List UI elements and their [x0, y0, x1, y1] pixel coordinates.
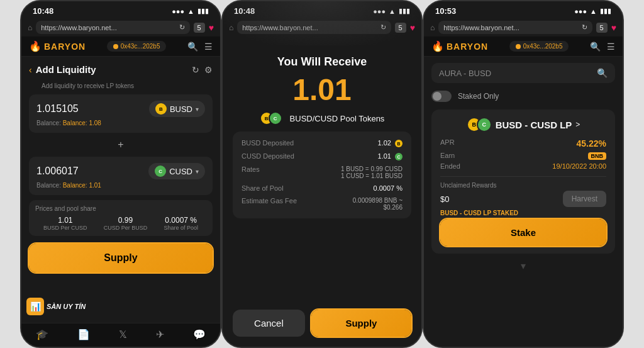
browser-url-1[interactable]: https://www.baryon.net... ↻ — [36, 21, 189, 34]
earn-value: BNB — [586, 152, 607, 159]
price3-value: 0.0007 % — [164, 216, 198, 225]
bottom-nav-1: 🎓 📄 𝕏 ✈ 💬 — [21, 323, 220, 347]
harvest-button[interactable]: Harvest — [563, 191, 606, 207]
menu-icon-3[interactable]: ☰ — [607, 42, 615, 52]
watermark: 📊 SÀN UY TÍN — [26, 298, 86, 315]
apr-row: APR 45.22% — [440, 138, 606, 149]
nav-telegram[interactable]: ✈ — [156, 328, 164, 340]
nav-twitter[interactable]: 𝕏 — [119, 328, 127, 340]
cusd-sm-icon: C — [395, 153, 402, 160]
prices-label: Prices and pool share — [35, 205, 206, 212]
settings-icon[interactable]: ⚙ — [204, 65, 213, 75]
toggle-row: Staked Only — [431, 88, 615, 104]
refresh-icon[interactable]: ↻ — [192, 65, 199, 75]
watermark-text: SÀN UY TÍN — [47, 303, 86, 310]
busd-deposited-row: BUSD Deposited 1.02 B — [242, 139, 402, 147]
token1-balance: Balance: Balance: 1.08 — [36, 120, 205, 126]
cusd-deposited-label: CUSD Deposited — [242, 152, 294, 160]
token2-name: CUSD — [169, 167, 192, 176]
busd-deposited-value: 1.02 B — [378, 139, 402, 147]
status-time-2: 10:48 — [234, 6, 255, 16]
page-subtitle: Add liquidity to receive LP tokens — [42, 82, 213, 89]
search-bar[interactable]: AURA - BUSD 🔍 — [431, 63, 615, 83]
farm-cusd-icon: C — [477, 117, 492, 132]
home-icon[interactable]: ⌂ — [28, 23, 32, 32]
ended-row: Ended 19/10/2022 20:00 — [440, 162, 606, 170]
gas-value: 0.0009898 BNB ~ $0.266 — [353, 197, 402, 211]
token1-selector[interactable]: B BUSD ▾ — [149, 101, 205, 117]
unclaimed-section: Unclaimed Rewards $0 Harvest — [440, 176, 606, 207]
search-nav-icon[interactable]: 🔍 — [187, 42, 198, 52]
reload-icon-3[interactable]: ↻ — [582, 23, 587, 31]
screen2-content: You Will Receive 1.01 B C BUSD/CUSD Pool… — [223, 36, 421, 347]
price3-item: 0.0007 % Share of Pool — [164, 216, 198, 231]
token2-amount[interactable]: 1.006017 — [36, 166, 79, 177]
stake-button[interactable]: Stake — [440, 219, 606, 246]
logo-3: 🔥 BARYON — [431, 40, 488, 52]
reload-icon[interactable]: ↻ — [179, 23, 185, 31]
cancel-button[interactable]: Cancel — [233, 310, 305, 337]
heart-icon-2[interactable]: ♥ — [410, 23, 415, 33]
token2-input-box: 1.006017 C CUSD ▾ Balance: Balance: 1.01 — [29, 157, 213, 195]
farm-chevron[interactable]: > — [575, 120, 580, 129]
browser-tabs-2[interactable]: 5 — [395, 23, 406, 33]
staked-toggle[interactable] — [431, 91, 452, 102]
home-icon-2[interactable]: ⌂ — [229, 23, 233, 32]
cusd-icon: C — [155, 166, 166, 177]
browser-url-2[interactable]: https://www.baryon.net... ↻ — [237, 21, 391, 34]
wallet-address-1[interactable]: 0x43c...202b5 — [107, 41, 167, 52]
back-arrow-icon[interactable]: ‹ — [29, 65, 32, 75]
browser-tabs-3[interactable]: 5 — [596, 23, 608, 33]
search-nav-icon-3[interactable]: 🔍 — [590, 42, 601, 52]
pool-share-value: 0.0007 % — [374, 184, 402, 192]
search-text: AURA - BUSD — [439, 69, 491, 78]
token1-amount[interactable]: 1.015105 — [36, 103, 79, 115]
menu-icon[interactable]: ☰ — [204, 42, 213, 52]
battery-icon: ▮▮▮ — [197, 7, 209, 15]
home-icon-3[interactable]: ⌂ — [430, 23, 435, 32]
file-icon: 📄 — [77, 328, 90, 340]
token2-selector[interactable]: C CUSD ▾ — [148, 163, 205, 179]
supply-button[interactable]: Supply — [29, 244, 213, 272]
nav-bar-3: 🔥 BARYON 0x43c...202b5 🔍 ☰ — [424, 36, 623, 57]
wallet-dot-3 — [516, 44, 521, 49]
browser-bar-1: ⌂ https://www.baryon.net... ↻ 5 ♥ — [21, 18, 220, 36]
staked-label: BUSD - CUSD LP STAKED — [440, 210, 606, 216]
search-icon[interactable]: 🔍 — [597, 68, 608, 78]
signal-icon: ●●● — [172, 8, 184, 15]
status-bar-3: 10:53 ●●● ▲ ▮▮▮ — [424, 1, 623, 18]
flame-icon-3: 🔥 — [431, 40, 444, 52]
wallet-address-3[interactable]: 0x43c...202b5 — [509, 41, 569, 52]
busd-sm-icon: B — [395, 140, 402, 147]
farm-card-header: B C BUSD - CUSD LP > — [440, 117, 606, 132]
staked-only-label: Staked Only — [458, 92, 499, 101]
farm-screen: AURA - BUSD 🔍 Staked Only B C — [424, 57, 623, 347]
supply-button-2[interactable]: Supply — [311, 310, 411, 337]
earn-label: Earn — [440, 152, 455, 159]
heart-icon-3[interactable]: ♥ — [611, 23, 616, 33]
browser-bar-2: ⌂ https://www.baryon.net... ↻ 5 ♥ — [223, 18, 421, 36]
heart-icon[interactable]: ♥ — [209, 23, 214, 33]
nav-mortarboard[interactable]: 🎓 — [36, 328, 48, 340]
logo-1: 🔥 BARYON — [29, 40, 86, 52]
rates-label: Rates — [242, 166, 260, 173]
screen1-header: ‹ Add Liquidity ↻ ⚙ — [29, 64, 213, 75]
reload-icon-2[interactable]: ↻ — [380, 23, 386, 31]
battery-icon-3: ▮▮▮ — [600, 7, 611, 15]
browser-tabs-1[interactable]: 5 — [194, 23, 205, 33]
phone-2: 10:48 ●●● ▲ ▮▮▮ ⌂ https://www.baryon.net… — [221, 0, 423, 348]
nav-discord[interactable]: 💬 — [193, 328, 206, 340]
farm-title: BUSD - CUSD LP — [496, 120, 572, 130]
wallet-dot — [113, 44, 118, 49]
gas-label: Estimate Gas Fee — [242, 197, 297, 205]
busd-icon: B — [155, 103, 167, 115]
caret2-icon: ▾ — [196, 168, 199, 175]
discord-icon: 💬 — [193, 328, 206, 340]
browser-url-3[interactable]: https://www.baryon.net... ↻ — [438, 21, 592, 34]
rates-row: Rates 1 BUSD = 0.99 CUSD 1 CUSD = 1.01 B… — [242, 166, 402, 179]
nav-icons-1: 🔍 ☰ — [187, 42, 213, 52]
logo-text-3: BARYON — [447, 42, 488, 52]
receive-screen: You Will Receive 1.01 B C BUSD/CUSD Pool… — [223, 36, 421, 347]
farm-pool-icons: B C — [467, 117, 492, 132]
nav-file[interactable]: 📄 — [77, 328, 90, 340]
